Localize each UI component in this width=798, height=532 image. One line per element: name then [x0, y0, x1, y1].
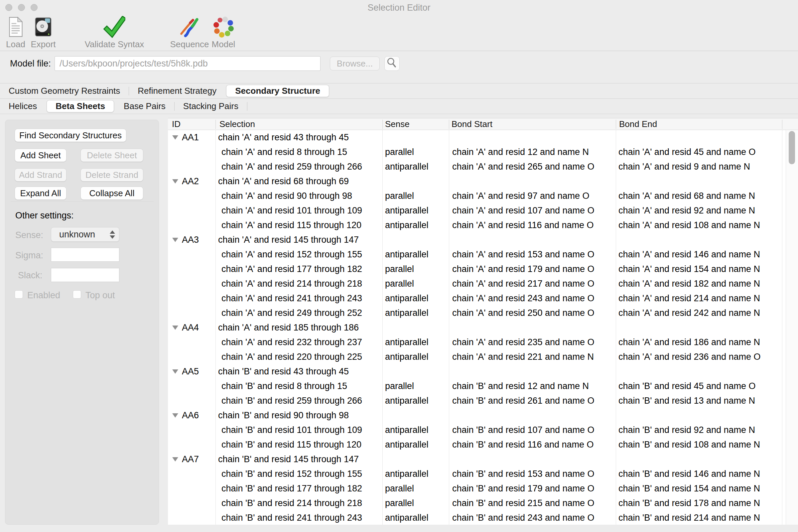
slack-field[interactable]	[51, 268, 119, 282]
table-row[interactable]: chain 'A' and resid 214 through 218 para…	[168, 276, 786, 291]
expand-all-button[interactable]: Expand All	[15, 187, 66, 200]
table-row[interactable]: chain 'A' and resid 90 through 98 parall…	[168, 189, 786, 203]
row-sense: antiparallel	[382, 510, 449, 525]
row-selection: chain 'A' and resid 220 through 225	[215, 349, 382, 364]
sigma-field[interactable]	[51, 248, 119, 262]
disclosure-triangle-icon[interactable]	[172, 413, 178, 418]
table-row[interactable]: chain 'B' and resid 241 through 243 anti…	[168, 510, 786, 525]
row-bond-start: chain 'B' and resid 116 and name O	[449, 437, 616, 452]
table-row[interactable]: chain 'B' and resid 259 through 266 anti…	[168, 393, 786, 408]
delete-sheet-button[interactable]: Delete Sheet	[80, 149, 143, 162]
column-separator	[215, 120, 216, 129]
table-row[interactable]: AA1 chain 'A' and resid 43 through 45	[168, 130, 786, 145]
vertical-scrollbar[interactable]	[786, 130, 798, 525]
hard-drive-icon	[32, 16, 54, 38]
row-bond-start: chain 'A' and resid 250 and name O	[449, 306, 616, 320]
disclosure-triangle-icon[interactable]	[172, 179, 178, 184]
row-bond-end: chain 'B' and resid 214 and name N	[616, 510, 786, 525]
tab-base-pairs[interactable]: Base Pairs	[115, 99, 174, 114]
find-secondary-structures-button[interactable]: Find Secondary Structures	[15, 129, 126, 142]
tab-stacking-pairs[interactable]: Stacking Pairs	[174, 99, 247, 114]
load-button[interactable]: Load	[4, 16, 27, 50]
table-row[interactable]: chain 'B' and resid 115 through 120 anti…	[168, 437, 786, 452]
table-row[interactable]: chain 'A' and resid 232 through 237 anti…	[168, 335, 786, 349]
table-row[interactable]: AA6 chain 'B' and resid 90 through 98	[168, 408, 786, 423]
table-row[interactable]: AA5 chain 'B' and resid 43 through 45	[168, 364, 786, 379]
tab-secondary-structure[interactable]: Secondary Structure	[226, 85, 329, 97]
sub-tab-bar: Helices Beta Sheets Base Pairs Stacking …	[0, 98, 798, 114]
table-row[interactable]: AA2 chain 'A' and resid 68 through 69	[168, 174, 786, 189]
search-file-button[interactable]	[384, 56, 400, 71]
disclosure-triangle-icon[interactable]	[172, 238, 178, 242]
table-row[interactable]: chain 'A' and resid 101 through 109 anti…	[168, 203, 786, 218]
table-row[interactable]: chain 'A' and resid 241 through 243 anti…	[168, 291, 786, 306]
table-row[interactable]: chain 'B' and resid 8 through 15 paralle…	[168, 379, 786, 393]
tab-refinement-strategy[interactable]: Refinement Strategy	[129, 83, 225, 98]
table-row[interactable]: chain 'A' and resid 220 through 225 anti…	[168, 349, 786, 364]
row-selection: chain 'A' and resid 232 through 237	[215, 335, 382, 349]
sidebar-divider	[11, 202, 154, 203]
enabled-checkbox[interactable]	[15, 290, 23, 299]
row-selection: chain 'A' and resid 152 through 155	[215, 247, 382, 262]
column-header-selection[interactable]: Selection	[220, 118, 255, 130]
sense-dropdown-value: unknown	[51, 229, 110, 240]
table-row[interactable]: AA3 chain 'A' and resid 145 through 147	[168, 232, 786, 247]
table-row[interactable]: chain 'A' and resid 249 through 252 anti…	[168, 306, 786, 320]
model-file-input[interactable]	[55, 56, 321, 71]
row-bond-end: chain 'B' and resid 45 and name O	[616, 379, 786, 393]
row-bond-start: chain 'B' and resid 243 and name O	[449, 510, 616, 525]
row-sense: parallel	[382, 262, 449, 276]
table-row[interactable]: chain 'A' and resid 8 through 15 paralle…	[168, 145, 786, 159]
row-sense: antiparallel	[382, 247, 449, 262]
column-header-id[interactable]: ID	[172, 118, 180, 130]
magnifier-icon	[385, 57, 399, 71]
table-row[interactable]: chain 'B' and resid 214 through 218 para…	[168, 496, 786, 510]
disclosure-triangle-icon[interactable]	[172, 135, 178, 140]
validate-syntax-button[interactable]: Validate Syntax	[81, 16, 148, 50]
row-sense: parallel	[382, 379, 449, 393]
disclosure-triangle-icon[interactable]	[172, 457, 178, 461]
model-button[interactable]: Model	[205, 16, 242, 50]
table-row[interactable]: chain 'A' and resid 259 through 266 anti…	[168, 159, 786, 174]
tab-custom-geometry-restraints[interactable]: Custom Geometry Restraints	[0, 83, 129, 98]
row-selection: chain 'B' and resid 214 through 218	[215, 496, 382, 510]
molecule-icon	[212, 16, 234, 38]
table-row[interactable]: chain 'A' and resid 115 through 120 anti…	[168, 218, 786, 232]
table-header: ID Selection Sense Bond Start Bond End	[168, 118, 798, 130]
table-row[interactable]: chain 'A' and resid 177 through 182 para…	[168, 262, 786, 276]
tab-helices[interactable]: Helices	[0, 99, 45, 114]
top-out-checkbox[interactable]	[73, 290, 81, 299]
scrollbar-thumb[interactable]	[789, 131, 795, 164]
row-id-cell: AA2	[168, 174, 215, 189]
table-row[interactable]: chain 'B' and resid 101 through 109 anti…	[168, 423, 786, 437]
column-header-sense[interactable]: Sense	[385, 118, 410, 130]
export-button[interactable]: Export	[29, 16, 57, 50]
disclosure-triangle-icon[interactable]	[172, 369, 178, 374]
collapse-all-button[interactable]: Collapse All	[80, 187, 143, 200]
row-bond-end: chain 'A' and resid 108 and name N	[616, 218, 786, 232]
table-row[interactable]: chain 'B' and resid 177 through 182 para…	[168, 481, 786, 496]
row-id: AA5	[182, 364, 199, 379]
model-file-label: Model file:	[10, 58, 51, 69]
column-header-bond-end[interactable]: Bond End	[619, 118, 657, 130]
browse-button[interactable]: Browse...	[330, 57, 380, 71]
tab-beta-sheets[interactable]: Beta Sheets	[46, 100, 114, 112]
row-bond-start: chain 'A' and resid 97 and name O	[449, 189, 616, 203]
table-row[interactable]: AA7 chain 'B' and resid 145 through 147	[168, 452, 786, 467]
row-sense: parallel	[382, 481, 449, 496]
add-sheet-button[interactable]: Add Sheet	[15, 149, 66, 162]
table-row[interactable]: chain 'B' and resid 152 through 155 anti…	[168, 467, 786, 481]
table-row[interactable]: AA4 chain 'A' and resid 185 through 186	[168, 320, 786, 335]
sense-dropdown[interactable]: unknown	[51, 227, 119, 242]
row-bond-start: chain 'B' and resid 215 and name O	[449, 496, 616, 510]
delete-strand-button[interactable]: Delete Strand	[80, 168, 143, 182]
row-bond-end: chain 'B' and resid 178 and name N	[616, 496, 786, 510]
row-sense: antiparallel	[382, 349, 449, 364]
add-strand-button[interactable]: Add Strand	[15, 168, 66, 182]
disclosure-triangle-icon[interactable]	[172, 325, 178, 330]
row-id: AA4	[182, 320, 199, 335]
table-row[interactable]: chain 'A' and resid 152 through 155 anti…	[168, 247, 786, 262]
column-header-bond-start[interactable]: Bond Start	[452, 118, 492, 130]
row-id: AA2	[182, 174, 199, 189]
row-sense: antiparallel	[382, 203, 449, 218]
